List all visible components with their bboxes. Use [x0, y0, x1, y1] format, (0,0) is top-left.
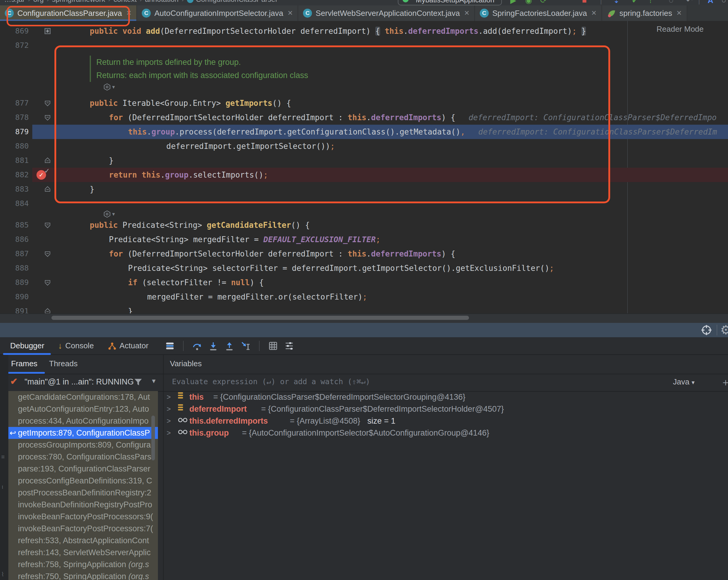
expand-chevron-icon[interactable]: > [166, 427, 171, 439]
tab-springfactoriesloader-java[interactable]: CSpringFactoriesLoader.java✕ [475, 5, 602, 21]
fold-expand-icon[interactable] [44, 27, 51, 35]
tab-threads[interactable]: Threads [49, 359, 77, 368]
tab-debugger[interactable]: Debugger [10, 341, 44, 350]
fold-end-icon[interactable] [44, 307, 51, 313]
frame-row[interactable]: process:434, AutoConfigurationImpo [8, 415, 158, 427]
chevron-down-icon[interactable]: ▾ [152, 377, 156, 385]
step-over-icon[interactable] [192, 341, 202, 351]
frame-row[interactable]: ↩getImports:879, ConfigurationClassP [8, 427, 158, 439]
expand-chevron-icon[interactable]: > [166, 391, 171, 403]
run-icon[interactable]: ▶ [510, 0, 516, 5]
variable-row[interactable]: >deferredImport = {ConfigurationClassPar… [164, 403, 728, 415]
fold-collapse-icon[interactable] [44, 250, 51, 258]
search-icon[interactable]: ○ [722, 0, 726, 5]
update-project-icon[interactable]: ⇣ [613, 0, 620, 5]
stop-icon[interactable]: ■ [582, 0, 587, 5]
rerun-icon[interactable]: ⟳ [540, 0, 547, 5]
frame-row[interactable]: refresh:758, SpringApplication (org.s [8, 558, 158, 571]
frame-row[interactable]: invokeBeanDefinitionRegistryPostPro [8, 499, 158, 511]
target-icon[interactable] [701, 324, 712, 336]
close-icon[interactable]: ✕ [287, 9, 293, 17]
frame-row[interactable]: invokeBeanFactoryPostProcessors:7( [8, 523, 158, 534]
frame-row[interactable]: getCandidateConfigurations:178, Aut [8, 391, 158, 403]
stripe-icon[interactable]: ≡ [1, 453, 5, 460]
override-icon[interactable]: ▾ [103, 210, 115, 218]
evaluate-expression-input[interactable]: Evaluate expression (↵) or add a watch (… [172, 377, 370, 386]
code-line-883: 883} [0, 182, 728, 196]
frame-text: invokeBeanFactoryPostProcessors:9( [18, 512, 153, 521]
stripe-icon[interactable]: ⌇ [1, 571, 4, 578]
variable-row[interactable]: >this.deferredImports = {ArrayList@4508}… [164, 415, 728, 427]
undo-icon[interactable]: ↶ [686, 0, 693, 5]
javadoc-block: Return the imports defined by the group.… [0, 53, 728, 82]
debug-icon[interactable]: ◉ [525, 0, 532, 5]
expand-chevron-icon[interactable]: > [166, 415, 171, 427]
tab-frames[interactable]: Frames [11, 359, 37, 368]
breadcrumb[interactable]: …s.jar›org›springframework›context›annot… [4, 0, 278, 4]
watch-icon [178, 417, 187, 423]
close-icon[interactable]: ✕ [126, 9, 132, 17]
fold-collapse-icon[interactable] [44, 221, 51, 229]
fold-collapse-icon[interactable] [44, 279, 51, 286]
step-out-icon[interactable] [225, 341, 234, 351]
code-text: this.group.process(deferredImport.getCon… [0, 125, 728, 139]
variable-row[interactable]: >this.group = {AutoConfigurationImportSe… [164, 427, 728, 439]
expand-chevron-icon[interactable]: > [166, 403, 171, 415]
fold-end-icon[interactable] [44, 157, 51, 164]
field-icon [178, 392, 183, 399]
close-icon[interactable]: ✕ [591, 9, 597, 17]
breadcrumb-item[interactable]: context [113, 0, 136, 3]
tab-autoconfigurationimportselector-java[interactable]: CAutoConfigurationImportSelector.java✕ [137, 5, 298, 21]
step-into-icon[interactable] [208, 341, 218, 351]
breakpoint-icon[interactable]: ✓ [36, 170, 46, 180]
frame-row[interactable]: refresh:143, ServletWebServerApplic [8, 547, 158, 558]
push-icon[interactable]: ⇡ [647, 0, 654, 5]
tab-spring-factories[interactable]: spring.factories✕ [602, 5, 687, 21]
code-editor[interactable]: Reader Mode 869public void add(DeferredI… [0, 21, 728, 313]
language-selector[interactable]: Java ▾ [673, 377, 695, 387]
run-configuration-select[interactable]: MybatisSetupApplication [398, 0, 502, 5]
settings-icon[interactable]: ⚙ [720, 323, 728, 337]
evaluate-icon[interactable] [268, 341, 278, 351]
frame-row[interactable]: refresh:750, SpringApplication (org.s [8, 571, 158, 580]
breadcrumb-item[interactable]: ConfigurationClassParser [196, 0, 278, 3]
frame-row[interactable]: getAutoConfigurationEntry:123, Auto [8, 403, 158, 415]
frame-row[interactable]: parse:193, ConfigurationClassParser [8, 463, 158, 475]
frame-row[interactable]: processGroupImports:809, Configura [8, 439, 158, 451]
frame-row[interactable]: postProcessBeanDefinitionRegistry:2 [8, 487, 158, 499]
find-action-icon[interactable]: A [708, 0, 713, 5]
tab-actuator[interactable]: Actuator [108, 341, 149, 350]
layout-icon[interactable] [165, 341, 174, 350]
fold-collapse-icon[interactable] [44, 99, 51, 107]
code-line-888: 888Predicate<String> selectorFilter = de… [0, 261, 728, 275]
override-icon[interactable]: ▾ [103, 83, 115, 91]
breadcrumb-item[interactable]: …s.jar [4, 0, 25, 3]
history-icon[interactable]: ◌ [669, 0, 673, 5]
evaluate-row[interactable]: Evaluate expression (↵) or add a watch (… [164, 374, 728, 392]
breadcrumb-item[interactable]: springframework [52, 0, 105, 3]
fold-collapse-icon[interactable] [44, 114, 51, 122]
breadcrumb-item[interactable]: org [33, 0, 44, 3]
run-to-cursor-icon[interactable] [241, 341, 250, 351]
code-text: public Predicate<String> getCandidateFil… [0, 218, 728, 232]
frame-row[interactable]: processConfigBeanDefinitions:319, C [8, 475, 158, 487]
commit-icon[interactable]: ✔ [632, 0, 638, 5]
fold-end-icon[interactable] [44, 185, 51, 193]
filter-icon[interactable] [133, 377, 143, 387]
tab-configurationclassparser-java[interactable]: CConfigurationClassParser.java✕ [0, 5, 137, 21]
frame-row[interactable]: refresh:533, AbstractApplicationCont [8, 534, 158, 547]
stripe-icon[interactable]: ι [2, 483, 3, 490]
close-icon[interactable]: ✕ [676, 9, 682, 17]
variable-row[interactable]: >this = {ConfigurationClassParser$Deferr… [164, 391, 728, 403]
tab-servletwebserverapplicationcontext-java[interactable]: CServletWebServerApplicationContext.java… [298, 5, 475, 21]
thread-selector-row[interactable]: ✔ "main"@1 in ...ain": RUNNING ▾ [0, 374, 163, 392]
close-icon[interactable]: ✕ [464, 9, 470, 17]
add-watch-icon[interactable]: ＋ [721, 375, 728, 389]
frame-row[interactable]: invokeBeanFactoryPostProcessors:9( [8, 511, 158, 523]
view-options-icon[interactable] [284, 341, 294, 351]
frames-scrollbar[interactable] [151, 416, 155, 460]
horizontal-scrollbar[interactable] [51, 316, 469, 320]
breadcrumb-item[interactable]: annotation [145, 0, 179, 3]
tab-console[interactable]: ↓Console [58, 341, 94, 350]
frame-row[interactable]: process:780, ConfigurationClassPars [8, 451, 158, 463]
